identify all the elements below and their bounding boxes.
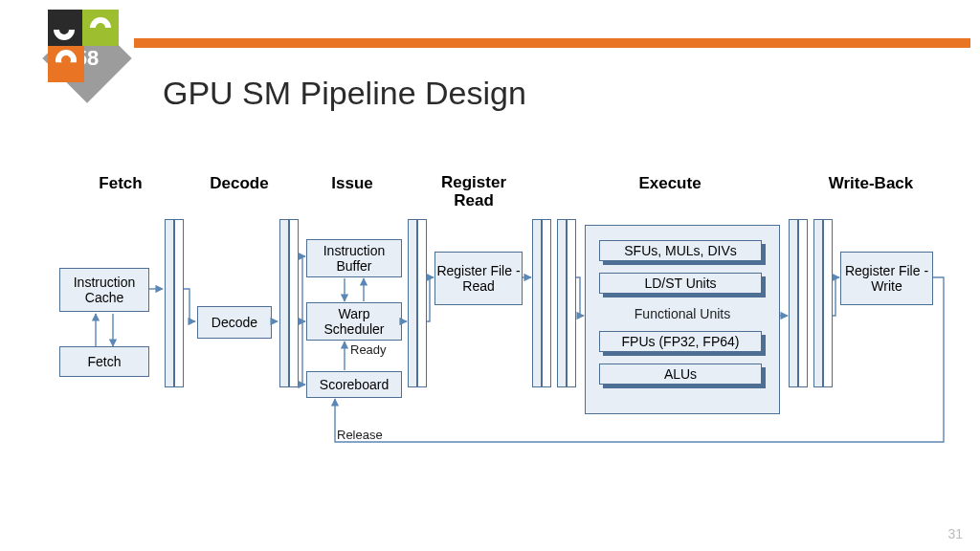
page-number: 31 — [947, 526, 963, 541]
stage-label-regread: Register Read — [421, 174, 526, 209]
stage-label-execute: Execute — [622, 174, 718, 193]
box-decode: Decode — [197, 306, 272, 339]
latch-exe-wb-b2 — [823, 219, 833, 387]
stage-label-fetch: Fetch — [82, 174, 159, 193]
stage-label-decode: Decode — [201, 174, 278, 193]
box-sfu: SFUs, MULs, DIVs — [599, 240, 762, 261]
box-ldst: LD/ST Units — [599, 273, 762, 294]
box-warp-scheduler: Warp Scheduler — [306, 302, 402, 341]
conference-logo: 58 — [27, 10, 122, 94]
label-ready: Ready — [350, 342, 387, 357]
box-fetch: Fetch — [59, 346, 149, 377]
box-scoreboard: Scoreboard — [306, 371, 402, 398]
slide: 58 GPU SM Pipeline Design Fetch Decode I… — [0, 0, 980, 551]
box-alu: ALUs — [599, 364, 762, 385]
box-fpu: FPUs (FP32, FP64) — [599, 331, 762, 352]
latch-exe-wb-a — [789, 219, 798, 387]
box-register-file-write: Register File - Write — [840, 252, 933, 305]
box-register-file-read: Register File - Read — [434, 252, 523, 305]
stage-label-wb: Write-Back — [813, 174, 928, 193]
box-instruction-cache: Instruction Cache — [59, 268, 149, 312]
latch-decode-issue-b — [289, 219, 299, 387]
box-functional-units: SFUs, MULs, DIVs LD/ST Units Functional … — [585, 225, 780, 414]
latch-fetch-decode-b — [174, 219, 184, 387]
stage-label-issue: Issue — [314, 174, 390, 193]
slide-title: GPU SM Pipeline Design — [163, 75, 526, 112]
latch-reg-exe-b — [557, 219, 567, 387]
label-functional-units: Functional Units — [586, 306, 779, 321]
latch-reg-exe-a2 — [542, 219, 551, 387]
label-release: Release — [337, 428, 383, 442]
title-rule — [134, 38, 970, 48]
latch-issue-reg-b — [417, 219, 427, 387]
latch-reg-exe-a — [532, 219, 542, 387]
latch-decode-issue — [279, 219, 289, 387]
latch-exe-wb-b — [813, 219, 823, 387]
box-instruction-buffer: Instruction Buffer — [306, 239, 402, 277]
latch-fetch-decode — [165, 219, 174, 387]
latch-issue-reg — [408, 219, 417, 387]
latch-reg-exe-b2 — [567, 219, 576, 387]
latch-exe-wb-a2 — [798, 219, 808, 387]
